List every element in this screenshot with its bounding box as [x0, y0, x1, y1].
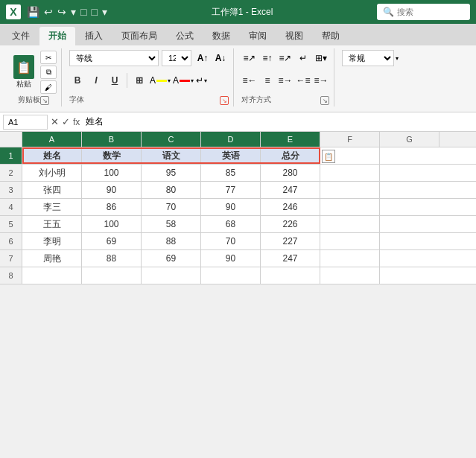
font-color-dropdown[interactable]: ▾ [191, 77, 194, 84]
cell-A3[interactable]: 张四 [22, 182, 82, 198]
cell-F5[interactable] [320, 216, 380, 232]
wrap-dropdown[interactable]: ▾ [204, 77, 207, 84]
cell-C1[interactable]: 语文 [142, 147, 201, 164]
font-size-select[interactable]: 12 [162, 50, 191, 66]
cell-G6[interactable] [380, 233, 439, 249]
cell-A4[interactable]: 李三 [22, 199, 82, 215]
align-top-right-button[interactable]: ≡↗ [277, 50, 293, 66]
italic-button[interactable]: I [88, 72, 104, 89]
cell-E5[interactable]: 226 [261, 216, 320, 232]
tab-page-layout[interactable]: 页面布局 [112, 27, 166, 45]
cell-E3[interactable]: 247 [261, 182, 320, 198]
align-center-button[interactable]: ≡ [259, 72, 276, 89]
cell-C8[interactable] [142, 267, 201, 284]
cell-B4[interactable]: 86 [82, 199, 142, 215]
cell-D6[interactable]: 70 [201, 233, 261, 249]
cancel-formula-icon[interactable]: ✕ [51, 116, 59, 127]
tab-home[interactable]: 开始 [39, 27, 75, 45]
cell-A7[interactable]: 周艳 [22, 250, 82, 267]
cell-C2[interactable]: 95 [142, 165, 201, 181]
undo-icon[interactable]: ↩ [44, 6, 53, 18]
clipboard-dialog-launcher[interactable]: ↘ [40, 96, 49, 105]
cell-E6[interactable]: 227 [261, 233, 320, 249]
cell-A5[interactable]: 王五 [22, 216, 82, 232]
col-header-E[interactable]: E [261, 132, 320, 147]
cell-G5[interactable] [380, 216, 439, 232]
cell-F8[interactable] [320, 267, 380, 284]
cell-D2[interactable]: 85 [201, 165, 261, 181]
customize-icon[interactable]: ▾ [71, 6, 76, 18]
cell-B3[interactable]: 90 [82, 182, 142, 198]
col-header-C[interactable]: C [142, 132, 201, 147]
merge-button[interactable]: ⊞▾ [313, 50, 329, 66]
col-header-B[interactable]: B [82, 132, 142, 147]
tab-file[interactable]: 文件 [3, 27, 39, 45]
bold-button[interactable]: B [69, 72, 86, 89]
col-header-D[interactable]: D [201, 132, 261, 147]
format-painter-button[interactable]: 🖌 [40, 80, 57, 94]
formula-input[interactable] [83, 117, 473, 127]
cell-E8[interactable] [261, 267, 320, 284]
cell-C7[interactable]: 69 [142, 250, 201, 267]
search-box[interactable]: 🔍 [377, 4, 470, 20]
underline-button[interactable]: U [107, 72, 123, 89]
font-color-button[interactable]: A ▾ [173, 75, 194, 86]
align-dialog-launcher[interactable]: ↘ [320, 96, 329, 105]
confirm-formula-icon[interactable]: ✓ [62, 116, 70, 127]
font-family-select[interactable]: 等线 [69, 50, 159, 66]
cell-E7[interactable]: 247 [261, 250, 320, 267]
cell-F7[interactable] [320, 250, 380, 267]
cut-button[interactable]: ✂ [40, 51, 57, 64]
number-format-dropdown[interactable]: ▾ [396, 55, 399, 62]
align-top-center-button[interactable]: ≡↑ [259, 50, 276, 66]
number-format-select[interactable]: 常规 [342, 50, 394, 66]
col-header-F[interactable]: F [320, 132, 380, 147]
cell-B5[interactable]: 100 [82, 216, 142, 232]
col-header-A[interactable]: A [22, 132, 82, 147]
font-dialog-launcher[interactable]: ↘ [220, 96, 229, 105]
tab-data[interactable]: 数据 [203, 27, 239, 45]
redo-icon[interactable]: ↪ [57, 6, 66, 18]
cell-G3[interactable] [380, 182, 439, 198]
cell-G1[interactable] [380, 147, 439, 164]
tab-insert[interactable]: 插入 [76, 27, 112, 45]
fill-dropdown[interactable]: ▾ [168, 77, 171, 84]
wrap-button[interactable]: ↵ ▾ [196, 75, 207, 86]
cell-G7[interactable] [380, 250, 439, 267]
cell-B1[interactable]: 数学 [82, 147, 142, 164]
cell-A6[interactable]: 李明 [22, 233, 82, 249]
cell-G8[interactable] [380, 267, 439, 284]
fill-color-button[interactable]: A ▾ [150, 75, 171, 86]
indent-increase-button[interactable]: ≡→ [313, 72, 329, 89]
cell-E1[interactable]: 总分 [261, 147, 320, 164]
cell-C4[interactable]: 70 [142, 199, 201, 215]
cell-B7[interactable]: 88 [82, 250, 142, 267]
cell-B8[interactable] [82, 267, 142, 284]
tab-help[interactable]: 帮助 [313, 27, 349, 45]
cell-D1[interactable]: 英语 [201, 147, 261, 164]
cell-D3[interactable]: 77 [201, 182, 261, 198]
align-top-left-button[interactable]: ≡↗ [241, 50, 258, 66]
search-input[interactable] [397, 7, 464, 16]
cell-G2[interactable] [380, 165, 439, 181]
tab-review[interactable]: 审阅 [240, 27, 276, 45]
cell-F6[interactable] [320, 233, 380, 249]
cell-C6[interactable]: 88 [142, 233, 201, 249]
cell-F4[interactable] [320, 199, 380, 215]
cell-E4[interactable]: 246 [261, 199, 320, 215]
cell-G4[interactable] [380, 199, 439, 215]
arrow-icon[interactable]: ▾ [102, 6, 107, 18]
cell-A1[interactable]: 姓名 [22, 147, 82, 164]
cell-F3[interactable] [320, 182, 380, 198]
align-right-button[interactable]: ≡→ [277, 72, 293, 89]
cell-A8[interactable] [22, 267, 82, 284]
indent-decrease-button[interactable]: ←≡ [295, 72, 311, 89]
decrease-font-button[interactable]: A↓ [212, 50, 229, 66]
cell-A2[interactable]: 刘小明 [22, 165, 82, 181]
cell-reference[interactable]: A1 [3, 115, 48, 130]
cell-B6[interactable]: 69 [82, 233, 142, 249]
cell-D7[interactable]: 90 [201, 250, 261, 267]
border-button[interactable]: ⊞ [131, 72, 147, 89]
paste-button[interactable]: 📋 粘贴 [10, 54, 37, 91]
insert-function-icon[interactable]: fx [73, 117, 80, 127]
